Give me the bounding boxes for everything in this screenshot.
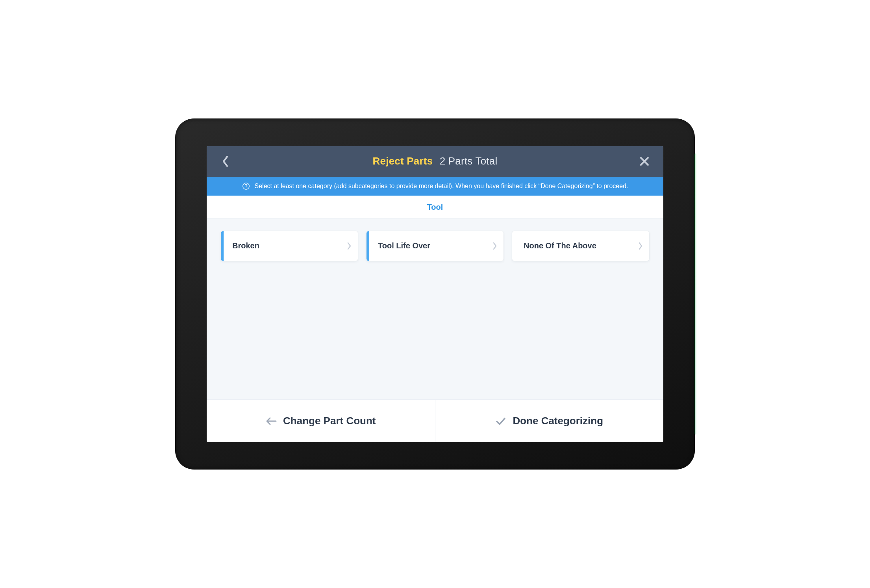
- close-button[interactable]: [637, 153, 652, 169]
- footer-bar: Change Part Count Done Categorizing: [207, 399, 663, 442]
- info-banner-text: Select at least one category (add subcat…: [255, 183, 628, 190]
- tab-tool[interactable]: Tool: [427, 203, 443, 212]
- arrow-left-icon: [266, 416, 277, 426]
- svg-point-1: [246, 187, 246, 188]
- header-title: Reject Parts 2 Parts Total: [233, 155, 637, 167]
- option-none-of-the-above[interactable]: None Of The Above: [512, 231, 649, 261]
- help-icon: [242, 182, 250, 190]
- option-accent: [221, 231, 224, 261]
- option-tool-life-over[interactable]: Tool Life Over: [367, 231, 503, 261]
- check-icon: [495, 416, 506, 426]
- option-accent: [512, 231, 515, 261]
- done-categorizing-button[interactable]: Done Categorizing: [435, 400, 664, 442]
- close-icon: [639, 156, 650, 166]
- chevron-left-icon: [222, 155, 229, 167]
- content-area: Broken Tool Life Over None Of The Above: [207, 218, 663, 399]
- chevron-right-icon: [341, 242, 358, 250]
- chevron-right-icon: [486, 242, 503, 250]
- screen: Reject Parts 2 Parts Total Sele: [207, 146, 663, 442]
- option-broken[interactable]: Broken: [221, 231, 358, 261]
- option-label: Tool Life Over: [369, 241, 486, 250]
- header-bar: Reject Parts 2 Parts Total: [207, 146, 663, 177]
- footer-left-label: Change Part Count: [283, 415, 376, 427]
- option-accent: [367, 231, 369, 261]
- back-button[interactable]: [218, 153, 233, 169]
- header-title-main: Reject Parts: [373, 155, 433, 167]
- header-title-sub: 2 Parts Total: [440, 155, 498, 167]
- change-part-count-button[interactable]: Change Part Count: [207, 400, 435, 442]
- option-label: Broken: [224, 241, 341, 250]
- tablet-frame: Reject Parts 2 Parts Total Sele: [175, 118, 695, 470]
- info-banner: Select at least one category (add subcat…: [207, 177, 663, 196]
- category-tab-row: Tool: [207, 196, 663, 218]
- option-label: None Of The Above: [515, 241, 632, 250]
- footer-right-label: Done Categorizing: [513, 415, 603, 427]
- chevron-right-icon: [632, 242, 649, 250]
- option-card-row: Broken Tool Life Over None Of The Above: [221, 231, 649, 261]
